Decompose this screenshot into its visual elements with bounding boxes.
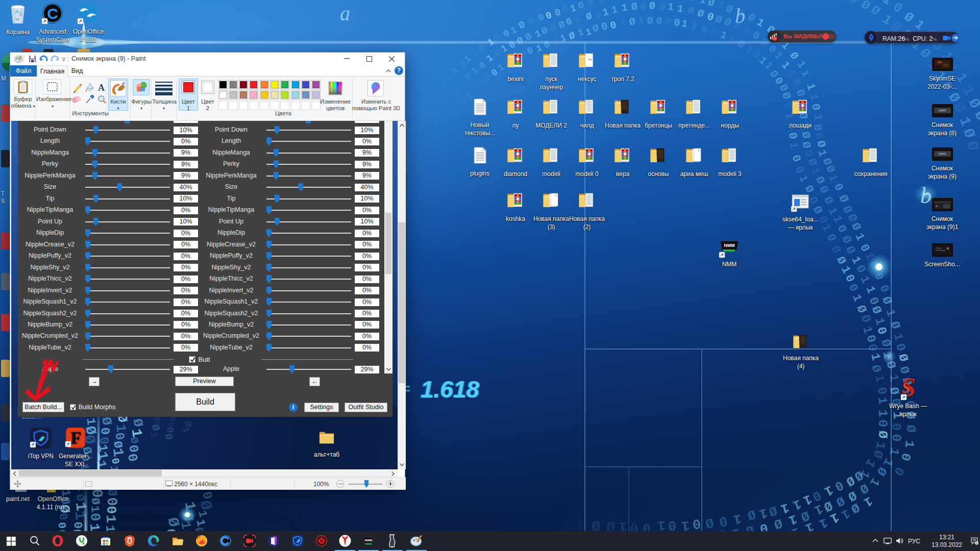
svg-text:Ø: Ø — [640, 1, 647, 13]
svg-text:Ø: Ø — [88, 497, 102, 505]
svg-text:F: F — [71, 428, 82, 447]
svg-text:1: 1 — [107, 465, 120, 469]
svg-text:0: 0 — [55, 521, 67, 529]
svg-text:1: 1 — [976, 542, 977, 545]
svg-text:1: 1 — [576, 516, 586, 532]
svg-text:0: 0 — [875, 419, 890, 427]
svg-text:S: S — [902, 379, 911, 396]
svg-text:0: 0 — [104, 497, 120, 506]
svg-text:1: 1 — [103, 515, 118, 523]
svg-text:NMM: NMM — [724, 243, 735, 248]
svg-text:A: A — [98, 83, 105, 92]
svg-text:Ø: Ø — [130, 418, 146, 428]
svg-text:1: 1 — [84, 417, 98, 426]
svg-text:Ø: Ø — [659, 2, 666, 14]
svg-text:a: a — [340, 2, 350, 25]
svg-text:0: 0 — [88, 489, 105, 498]
svg-text:Ø: Ø — [903, 424, 918, 433]
svg-text:1.618: 1.618 — [421, 376, 480, 403]
svg-text:0: 0 — [667, 517, 676, 533]
svg-text:1: 1 — [88, 505, 102, 513]
svg-text:b: b — [735, 5, 745, 28]
svg-text:Ø: Ø — [162, 433, 175, 441]
svg-text:Ø: Ø — [649, 0, 655, 12]
svg-text:Ø: Ø — [665, 15, 672, 28]
svg-text:0: 0 — [888, 433, 903, 442]
svg-text:0: 0 — [103, 506, 119, 514]
svg-text:1: 1 — [181, 427, 191, 434]
svg-text:Ø: Ø — [647, 15, 653, 27]
svg-text:1: 1 — [637, 14, 644, 26]
svg-text:0: 0 — [71, 521, 85, 529]
svg-text:0: 0 — [87, 512, 103, 521]
svg-text:Ø: Ø — [875, 430, 890, 439]
svg-text:1: 1 — [148, 431, 160, 438]
svg-text:1: 1 — [109, 447, 127, 458]
svg-text:Ø: Ø — [98, 416, 114, 427]
svg-text:0: 0 — [692, 515, 701, 532]
svg-text:NMM: NMM — [364, 539, 372, 542]
svg-text:0: 0 — [889, 423, 903, 431]
svg-text:C: C — [47, 5, 58, 22]
svg-text:!: ! — [774, 37, 775, 40]
svg-text:1: 1 — [667, 1, 674, 13]
svg-text:0: 0 — [564, 515, 574, 532]
svg-text:0: 0 — [656, 15, 663, 27]
